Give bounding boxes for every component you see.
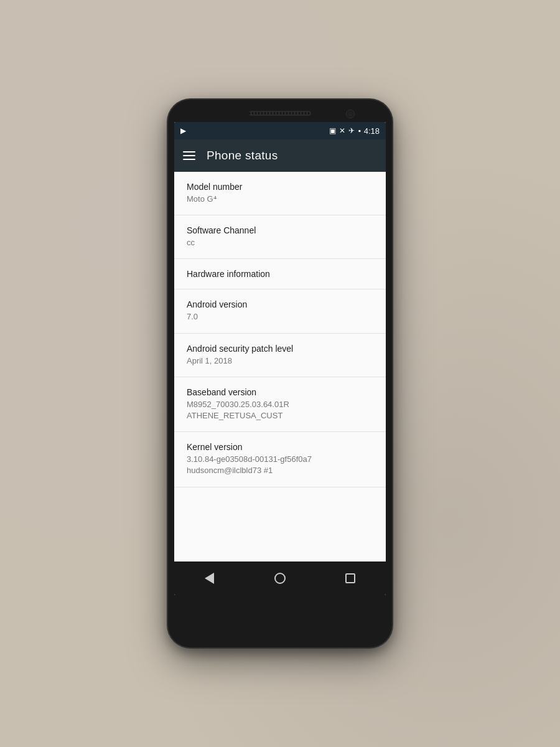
recents-icon (345, 573, 355, 583)
android-version-value: 7.0 (187, 311, 373, 322)
baseband-value: M8952_70030.25.03.64.01RATHENE_RETUSA_CU… (187, 399, 373, 421)
menu-button[interactable] (183, 151, 195, 160)
list-item-baseband: Baseband version M8952_70030.25.03.64.01… (174, 377, 386, 432)
security-patch-label: Android security patch level (187, 344, 373, 354)
status-left: ▶ (180, 127, 186, 134)
recents-button[interactable] (335, 566, 365, 591)
software-channel-value: cc (187, 237, 373, 248)
battery-icon: ▪ (358, 127, 360, 134)
app-bar: Phone status (174, 139, 386, 172)
speaker-grille (249, 111, 311, 116)
page-title: Phone status (207, 149, 278, 162)
kernel-value: 3.10.84-ge03508d-00131-gf56f0a7hudsoncm@… (187, 454, 373, 476)
baseband-label: Baseband version (187, 387, 373, 397)
home-icon (274, 573, 286, 584)
nav-bar (174, 561, 386, 595)
phone-screen: ▶ ▣ ✕ ✈ ▪ 4:18 Phone status Model numb (174, 122, 386, 595)
signal-icon: ✕ (339, 127, 345, 134)
kernel-label: Kernel version (187, 442, 373, 452)
software-channel-label: Software Channel (187, 225, 373, 235)
list-item-model-number: Model number Moto G⁴ (174, 172, 386, 215)
model-number-value: Moto G⁴ (187, 194, 373, 205)
list-item-software-channel: Software Channel cc (174, 215, 386, 259)
hardware-info-label: Hardware information (187, 269, 373, 279)
notification-icon: ▶ (180, 127, 186, 134)
home-button[interactable] (265, 566, 295, 591)
back-icon (205, 573, 214, 584)
phone-device: ▶ ▣ ✕ ✈ ▪ 4:18 Phone status Model numb (168, 100, 392, 647)
front-camera (346, 110, 355, 118)
vibrate-icon: ▣ (329, 127, 336, 134)
airplane-icon: ✈ (348, 127, 355, 134)
phone-bottom (168, 598, 392, 622)
status-right: ▣ ✕ ✈ ▪ 4:18 (329, 126, 380, 136)
content-list: Model number Moto G⁴ Software Channel cc… (174, 172, 386, 561)
android-version-label: Android version (187, 299, 373, 309)
list-item-security-patch: Android security patch level April 1, 20… (174, 334, 386, 377)
model-number-label: Model number (187, 182, 373, 192)
status-bar: ▶ ▣ ✕ ✈ ▪ 4:18 (174, 122, 386, 139)
clock: 4:18 (364, 126, 380, 136)
back-button[interactable] (195, 566, 225, 591)
security-patch-value: April 1, 2018 (187, 355, 373, 367)
list-item-android-version: Android version 7.0 (174, 289, 386, 333)
list-item-kernel: Kernel version 3.10.84-ge03508d-00131-gf… (174, 432, 386, 487)
list-item-hardware-info: Hardware information (174, 259, 386, 289)
